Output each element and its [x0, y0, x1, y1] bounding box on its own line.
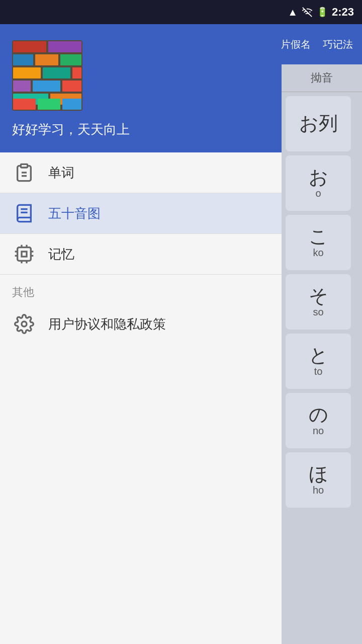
svg-rect-1 — [13, 41, 46, 52]
main-container: 片假名 巧记法 拗音 お列 お o こ ko そ so と to — [0, 24, 362, 644]
menu-label-gojuuon: 五十音图 — [48, 205, 101, 222]
drawer-avatar — [12, 40, 82, 111]
status-bar: ▲ 🔋 2:23 — [0, 0, 362, 24]
menu-label-vocabulary: 单词 — [48, 164, 74, 182]
svg-rect-9 — [13, 80, 31, 92]
menu-label-policy: 用户协议和隐私政策 — [48, 315, 166, 333]
book-icon — [12, 201, 36, 225]
svg-rect-7 — [43, 67, 70, 78]
menu-item-policy[interactable]: 用户协议和隐私政策 — [0, 304, 282, 344]
status-time: 2:23 — [332, 6, 354, 19]
kana-char-ko: こ — [309, 226, 328, 248]
menu-items: 单词 五十音图 — [0, 152, 282, 644]
kana-char-o-row: お列 — [299, 113, 338, 134]
drawer-header: 好好学习，天天向上 — [0, 24, 282, 152]
svg-rect-22 — [18, 248, 31, 261]
svg-rect-8 — [72, 67, 81, 78]
kana-section-header: 拗音 — [282, 64, 362, 92]
kana-reading-so: so — [313, 306, 323, 318]
kana-char-ho: ほ — [309, 464, 328, 485]
kana-card-o[interactable]: お o — [286, 155, 351, 211]
settings-icon — [12, 312, 36, 336]
battery-icon: 🔋 — [317, 7, 328, 18]
tab-katakana[interactable]: 片假名 — [282, 34, 316, 55]
svg-rect-10 — [33, 80, 60, 92]
menu-item-gojuuon[interactable]: 五十音图 — [0, 193, 282, 233]
kana-char-so: そ — [309, 286, 328, 307]
kana-reading-ko: ko — [313, 247, 323, 259]
kana-reading-ho: ho — [313, 485, 324, 496]
wifi-icon: ▲ — [288, 7, 298, 18]
kana-card-o-row[interactable]: お列 — [286, 96, 351, 151]
background-content: 片假名 巧记法 拗音 お列 お o こ ko そ so と to — [282, 24, 362, 644]
svg-point-32 — [22, 321, 27, 327]
svg-rect-15 — [38, 99, 60, 110]
signal-off-icon — [302, 7, 313, 18]
tab-mnemonics[interactable]: 巧记法 — [318, 34, 358, 55]
svg-rect-11 — [62, 80, 81, 92]
status-icons: ▲ 🔋 2:23 — [288, 6, 354, 19]
svg-rect-6 — [13, 67, 41, 78]
svg-rect-23 — [22, 252, 27, 257]
svg-rect-3 — [13, 54, 33, 65]
drawer-username: 好好学习，天天向上 — [12, 121, 269, 138]
kana-char-o: お — [309, 167, 328, 188]
kana-char-to: と — [309, 345, 328, 366]
svg-rect-4 — [35, 54, 58, 65]
svg-rect-16 — [62, 99, 81, 110]
drawer: 好好学习，天天向上 单词 — [0, 24, 282, 644]
svg-rect-2 — [48, 41, 81, 52]
menu-label-memory: 记忆 — [48, 246, 74, 263]
kana-card-so[interactable]: そ so — [286, 274, 351, 330]
brick-wall-svg — [12, 40, 82, 111]
svg-rect-17 — [21, 164, 27, 168]
tab-bar-partial: 片假名 巧记法 — [282, 24, 362, 64]
menu-item-memory[interactable]: 记忆 — [0, 234, 282, 274]
menu-item-vocabulary[interactable]: 单词 — [0, 152, 282, 193]
svg-rect-5 — [60, 54, 81, 65]
kana-card-to[interactable]: と to — [286, 334, 351, 389]
kana-reading-no: no — [313, 425, 324, 437]
svg-rect-14 — [13, 99, 36, 110]
kana-reading-to: to — [314, 366, 323, 377]
kana-card-no[interactable]: の no — [286, 393, 351, 448]
section-header-other: 其他 — [0, 275, 282, 304]
kana-list: お列 お o こ ko そ so と to の no ほ — [282, 92, 362, 512]
cpu-icon — [12, 242, 36, 266]
kana-card-ho[interactable]: ほ ho — [286, 452, 351, 508]
kana-card-ko[interactable]: こ ko — [286, 215, 351, 270]
clipboard-icon — [12, 160, 36, 185]
kana-char-no: の — [309, 405, 328, 426]
kana-reading-o: o — [315, 188, 321, 199]
